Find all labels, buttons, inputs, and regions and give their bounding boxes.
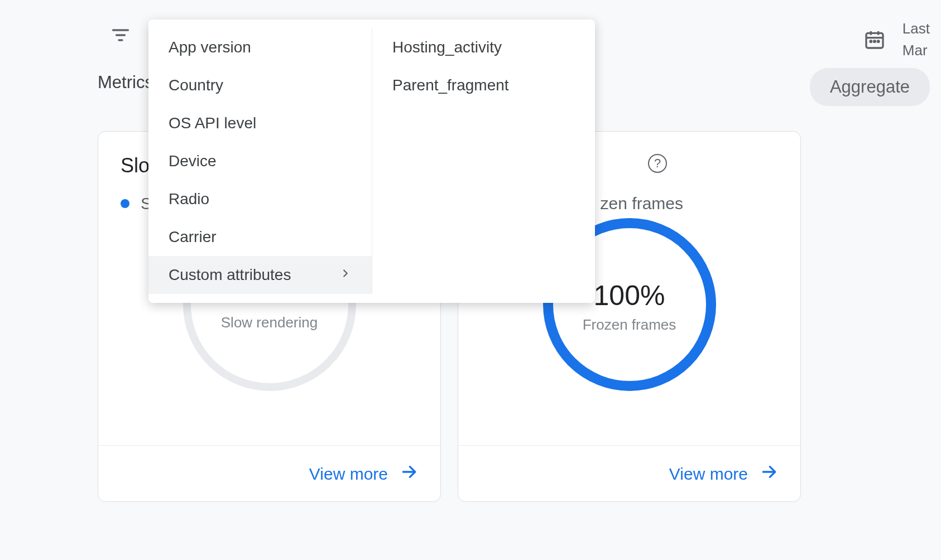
legend-label: zen frames: [601, 194, 683, 213]
chevron-right-icon: [339, 267, 352, 283]
gauge-label: Slow rendering: [191, 314, 348, 331]
menu-item-device[interactable]: Device: [148, 142, 372, 180]
menu-column-submenu: Hosting_activity Parent_fragment: [372, 28, 595, 294]
date-range-picker[interactable]: Last Mar: [863, 18, 930, 61]
aggregate-toggle[interactable]: Aggregate: [810, 68, 930, 106]
metrics-heading: Metrics: [98, 73, 153, 93]
menu-item-os-api-level[interactable]: OS API level: [148, 104, 372, 142]
menu-item-carrier[interactable]: Carrier: [148, 218, 372, 256]
filter-icon[interactable]: [111, 25, 131, 45]
menu-item-custom-attributes[interactable]: Custom attributes: [148, 256, 372, 294]
menu-item-radio[interactable]: Radio: [148, 180, 372, 218]
menu-column-primary: App version Country OS API level Device …: [148, 28, 372, 294]
menu-item-country[interactable]: Country: [148, 66, 372, 104]
svg-point-8: [874, 41, 876, 42]
svg-point-9: [877, 41, 879, 42]
help-icon[interactable]: ?: [648, 154, 667, 173]
view-more-label: View more: [309, 465, 388, 484]
menu-item-app-version[interactable]: App version: [148, 28, 372, 66]
gauge-label: Frozen frames: [553, 316, 706, 334]
view-more-link[interactable]: View more: [309, 463, 418, 485]
date-range-text: Last Mar: [902, 18, 930, 61]
card-legend: zen frames: [601, 194, 683, 213]
view-more-label: View more: [669, 465, 748, 484]
view-more-link[interactable]: View more: [669, 463, 778, 485]
legend-dot-icon: [121, 199, 129, 208]
menu-item-parent-fragment[interactable]: Parent_fragment: [372, 66, 595, 104]
divider: [458, 445, 800, 446]
divider: [98, 445, 440, 446]
menu-item-label: Custom attributes: [169, 266, 291, 284]
svg-point-7: [870, 41, 872, 42]
calendar-icon: [863, 28, 886, 51]
arrow-right-icon: [760, 463, 778, 485]
arrow-right-icon: [400, 463, 418, 485]
menu-item-hosting-activity[interactable]: Hosting_activity: [372, 28, 595, 66]
filter-attribute-menu: App version Country OS API level Device …: [148, 20, 595, 303]
